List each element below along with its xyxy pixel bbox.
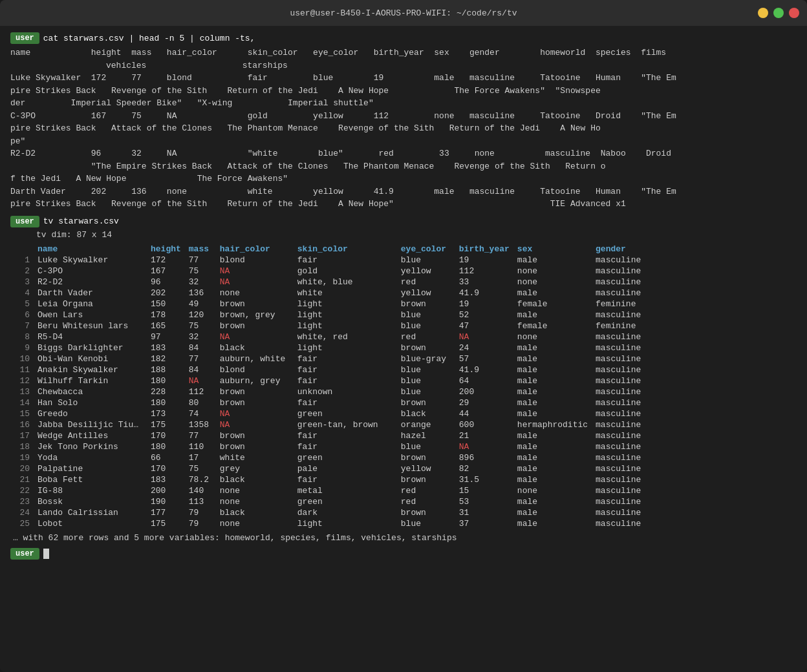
cell-birth-year: 19	[455, 255, 513, 266]
cell-sex: male	[513, 518, 592, 529]
row-number: 5	[10, 299, 34, 310]
raw-output-c3po2: pire Strikes Back Attack of the Clones T…	[10, 122, 797, 135]
table-row: 19Yoda6617whitegreenbrown896malemasculin…	[10, 452, 797, 463]
prompt-line-2: user tv starwars.csv	[10, 216, 797, 227]
cell-birth-year: 31	[455, 507, 513, 518]
th-hair-color: hair_color	[216, 244, 294, 255]
cell-height: 180	[147, 441, 185, 452]
cell-skin-color: fair	[294, 375, 397, 386]
table-row: 6Owen Lars178120brown, greylightblue52ma…	[10, 310, 797, 320]
tv-table: name height mass hair_color skin_color e…	[10, 244, 797, 529]
cell-sex: female	[513, 320, 592, 331]
cell-birth-year: 41.9	[455, 288, 513, 299]
table-row: 9Biggs Darklighter18384blacklightbrown24…	[10, 342, 797, 353]
row-number: 1	[10, 255, 34, 266]
cell-birth-year: 53	[455, 496, 513, 507]
cell-mass: 84	[185, 364, 216, 375]
cell-mass: 77	[185, 430, 216, 441]
table-row: 18Jek Tono Porkins180110brownfairblueNAm…	[10, 441, 797, 452]
cell-hair-color: grey	[216, 463, 294, 474]
th-mass: mass	[185, 244, 216, 255]
prompt-line-1: user cat starwars.csv | head -n 5 | colu…	[10, 32, 797, 44]
cell-skin-color: fair	[294, 255, 397, 266]
cell-gender: masculine	[592, 496, 797, 507]
cell-name: Jabba Desilijic Tiu…	[34, 419, 147, 430]
row-number: 3	[10, 277, 34, 288]
cell-birth-year: 52	[455, 310, 513, 320]
row-number: 15	[10, 408, 34, 419]
cell-height: 175	[147, 518, 185, 529]
table-row: 1Luke Skywalker17277blondfairblue19malem…	[10, 255, 797, 266]
tv-dim-label: tv dim: 87 x 14	[10, 230, 797, 240]
raw-output-vehicles: vehicles starships	[10, 59, 797, 72]
cell-birth-year: 41.9	[455, 364, 513, 375]
raw-output-r2d2-2: "The Empire Strikes Back Attack of the C…	[10, 160, 797, 173]
cell-eye-color: yellow	[397, 288, 455, 299]
cell-sex: none	[513, 277, 592, 288]
cell-birth-year: 37	[455, 518, 513, 529]
cell-sex: male	[513, 452, 592, 463]
cell-gender: masculine	[592, 255, 797, 266]
cell-eye-color: brown	[397, 474, 455, 485]
prompt-badge-1: user	[10, 32, 39, 44]
cell-birth-year: 600	[455, 419, 513, 430]
cell-skin-color: gold	[294, 266, 397, 277]
cell-birth-year: 31.5	[455, 474, 513, 485]
table-row: 13Chewbacca228112brownunknownblue200male…	[10, 386, 797, 397]
cell-name: R5-D4	[34, 331, 147, 342]
cell-gender: masculine	[592, 386, 797, 397]
cell-skin-color: green	[294, 496, 397, 507]
cell-skin-color: light	[294, 320, 397, 331]
cell-birth-year: 47	[455, 320, 513, 331]
cell-name: Greedo	[34, 408, 147, 419]
table-row: 20Palpatine17075greypaleyellow82malemasc…	[10, 463, 797, 474]
cell-eye-color: brown	[397, 299, 455, 310]
cell-sex: male	[513, 342, 592, 353]
tv-table-header: name height mass hair_color skin_color e…	[10, 244, 797, 255]
th-skin-color: skin_color	[294, 244, 397, 255]
cell-mass: 77	[185, 353, 216, 364]
cell-gender: masculine	[592, 430, 797, 441]
close-button[interactable]: ✕	[789, 8, 799, 18]
cell-birth-year: 64	[455, 375, 513, 386]
cell-mass: 84	[185, 342, 216, 353]
cell-gender: masculine	[592, 485, 797, 496]
footer-note: … with 62 more rows and 5 more variables…	[10, 533, 797, 543]
cell-birth-year: 15	[455, 485, 513, 496]
cell-name: Boba Fett	[34, 474, 147, 485]
cell-name: Lando Calrissian	[34, 507, 147, 518]
table-row: 12Wilhuff Tarkin180NAauburn, greyfairblu…	[10, 375, 797, 386]
table-row: 5Leia Organa15049brownlightbrown19female…	[10, 299, 797, 310]
cell-name: Palpatine	[34, 463, 147, 474]
prompt-cmd-2: tv starwars.csv	[43, 216, 119, 226]
cell-gender: masculine	[592, 474, 797, 485]
cell-height: 188	[147, 364, 185, 375]
cell-skin-color: fair	[294, 364, 397, 375]
cell-hair-color: brown	[216, 386, 294, 397]
table-row: 25Lobot17579nonelightblue37malemasculine	[10, 518, 797, 529]
cell-height: 183	[147, 474, 185, 485]
row-number: 24	[10, 507, 34, 518]
cell-birth-year: 82	[455, 463, 513, 474]
cell-mass: 17	[185, 452, 216, 463]
cell-birth-year: NA	[455, 441, 513, 452]
cell-height: 200	[147, 485, 185, 496]
cell-skin-color: green-tan, brown	[294, 419, 397, 430]
cell-hair-color: brown, grey	[216, 310, 294, 320]
maximize-button[interactable]: □	[773, 8, 784, 18]
cell-mass: 79	[185, 518, 216, 529]
cell-mass: NA	[185, 375, 216, 386]
cell-birth-year: 29	[455, 397, 513, 408]
row-number: 20	[10, 463, 34, 474]
minimize-button[interactable]: −	[758, 8, 768, 18]
terminal-content: user cat starwars.csv | head -n 5 | colu…	[0, 26, 807, 672]
cell-sex: male	[513, 353, 592, 364]
cell-sex: male	[513, 496, 592, 507]
table-row: 14Han Solo18080brownfairbrown29malemascu…	[10, 397, 797, 408]
raw-output-vader2: pire Strikes Back Revenge of the Sith Re…	[10, 198, 797, 211]
cell-gender: masculine	[592, 342, 797, 353]
row-number: 17	[10, 430, 34, 441]
cell-hair-color: NA	[216, 277, 294, 288]
cell-mass: 112	[185, 386, 216, 397]
cell-hair-color: none	[216, 518, 294, 529]
